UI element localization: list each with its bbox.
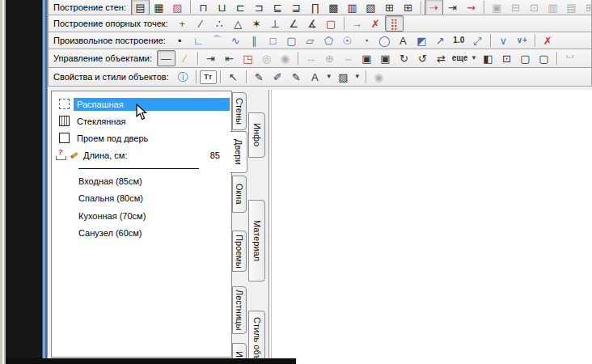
info-icon[interactable]: ⓘ xyxy=(174,69,192,85)
point-rect-icon[interactable]: ▢ xyxy=(322,15,340,32)
add-node-icon[interactable]: ∨+ xyxy=(513,32,531,49)
wall-hatch-diag-icon[interactable]: ▧ xyxy=(362,0,380,15)
draw-polyline-icon[interactable]: ∟ xyxy=(189,32,208,49)
point-star-icon[interactable]: ✶ xyxy=(247,15,266,32)
rotate-copy-icon[interactable]: ↺ xyxy=(413,50,432,66)
blend-circles-icon[interactable]: ◎ xyxy=(257,50,276,66)
point-pair-icon[interactable]: ∴ xyxy=(210,15,229,32)
wall-continue-icon[interactable]: ⇝ xyxy=(462,0,480,15)
point-insert-icon[interactable]: → xyxy=(348,15,366,32)
point-on-segment-icon[interactable]: ∕ xyxy=(192,15,210,32)
wall-misc-icon[interactable]: ⊞ xyxy=(581,0,592,15)
draw-resize-arrow-icon[interactable]: ⤢ xyxy=(468,32,487,49)
wall-join-left-icon[interactable]: ⊓ xyxy=(194,0,213,15)
door-preset-item[interactable]: Кухонная (70см) xyxy=(52,207,231,225)
info-tab-info[interactable]: Инфо xyxy=(248,112,265,158)
contrast-square-icon[interactable]: ◧ xyxy=(479,50,497,66)
draw-parallelogram-icon[interactable]: ▱ xyxy=(301,32,319,49)
wall-join-open-icon[interactable]: ⊏ xyxy=(231,0,250,15)
overlap-shapes-icon[interactable]: ⊡ xyxy=(497,50,516,66)
dashed-shape2-icon[interactable]: ▢ xyxy=(535,50,553,66)
door-preset-item[interactable]: Входная (85см) xyxy=(52,172,231,190)
draw-arrow-icon[interactable]: ↗ xyxy=(431,32,450,49)
wall-grid2-icon[interactable]: ⊞ xyxy=(399,0,417,15)
draw-rect-icon[interactable]: □ xyxy=(264,32,282,49)
point-angle-icon[interactable]: ∠ xyxy=(285,15,303,32)
point-grid-icon[interactable]: ⣿ xyxy=(385,15,404,32)
info-tab-stil-obektov[interactable]: Стиль объек xyxy=(248,311,265,364)
swap-icon[interactable]: ⇄ xyxy=(432,50,450,66)
category-tab-lestnicy[interactable]: Лестницы xyxy=(232,286,247,334)
length-value[interactable]: 85 xyxy=(210,150,231,160)
fill-red-icon[interactable]: ◳ xyxy=(239,50,257,66)
wall-filled-icon[interactable]: ▦ xyxy=(150,0,168,15)
point-delete-icon[interactable]: ✗ xyxy=(366,15,385,32)
ruler-icon[interactable]: ∕ xyxy=(175,50,194,66)
text-style-icon[interactable]: Tт xyxy=(200,70,217,84)
extend-left-icon[interactable]: ⇤ xyxy=(220,50,239,66)
rotate-icon[interactable]: ↻ xyxy=(395,50,413,66)
select-group2-icon[interactable]: ▣ xyxy=(376,50,395,66)
erase-lines-icon[interactable]: ✗ xyxy=(539,32,557,49)
style-picker-cursor-icon[interactable]: ↖ xyxy=(224,69,243,85)
pen-style1-icon[interactable]: ✎ xyxy=(250,69,269,85)
stretch-icon[interactable]: ↔ xyxy=(302,50,320,66)
wall-split-icon[interactable]: ⊟ xyxy=(506,0,525,15)
dropdown-arrow-icon[interactable]: ▼ xyxy=(469,50,479,66)
draw-circle-center-icon[interactable]: ☉ xyxy=(338,32,357,49)
door-type-item-proem-pod-dver[interactable]: Проем под дверь xyxy=(52,129,231,146)
category-tab-proemy[interactable]: Проемы xyxy=(232,231,247,272)
dropdown-arrow-icon[interactable]: ▼ xyxy=(324,69,334,85)
draw-dimension-icon[interactable]: 1.0 xyxy=(450,32,468,49)
wall-row-icon[interactable]: ▤ xyxy=(562,0,581,15)
more-button[interactable]: еще xyxy=(450,50,469,66)
category-tab-dveri[interactable]: Двери xyxy=(230,131,247,173)
wall-copy-icon[interactable]: ⊡ xyxy=(525,0,543,15)
palette-icon[interactable]: ◉ xyxy=(370,69,388,85)
wall-join-double-icon[interactable]: ∏ xyxy=(306,0,324,15)
blend-circles2-icon[interactable]: ◉ xyxy=(276,50,294,66)
dropdown-arrow-icon[interactable]: ▼ xyxy=(353,69,362,85)
edit-nodes-icon[interactable]: ∨ xyxy=(494,32,513,49)
wall-join-end-icon[interactable]: ⊒ xyxy=(287,0,306,15)
pen-style3-icon[interactable]: ✎ xyxy=(287,69,306,85)
wall-join-tee-icon[interactable]: ⊑ xyxy=(269,0,287,15)
wall-join-close-icon[interactable]: ⊐ xyxy=(250,0,269,15)
draw-circle-hatch-icon[interactable]: ◔ xyxy=(357,32,375,49)
category-tab-steny[interactable]: Стены xyxy=(232,92,247,130)
wall-grid-icon[interactable]: ⊞ xyxy=(380,0,399,15)
mirror-icon[interactable]: ⇔ xyxy=(339,50,357,66)
extend-right-icon[interactable]: ⇥ xyxy=(201,50,220,66)
dashed-shape-icon[interactable]: ▢ xyxy=(516,50,535,66)
draw-corner-shape-icon[interactable]: ◩ xyxy=(412,32,431,49)
wall-merge-icon[interactable]: ▣ xyxy=(488,0,506,15)
font-style-icon[interactable]: A xyxy=(306,69,324,85)
point-axis-icon[interactable]: ⊥ xyxy=(266,15,285,32)
hatch-style-icon[interactable]: ▨ xyxy=(334,69,353,85)
door-preset-item[interactable]: Спальня (80см) xyxy=(52,190,231,208)
draw-roundrect-icon[interactable]: ▢ xyxy=(282,32,301,49)
draw-arc-icon[interactable]: ⌒ xyxy=(208,32,226,49)
draw-parallel-icon[interactable]: ∥ xyxy=(245,32,264,49)
wall-hatch-edit-icon[interactable]: ▨ xyxy=(168,0,187,15)
wall-segment-icon[interactable]: — xyxy=(157,50,175,66)
info-tab-material[interactable]: Материал xyxy=(248,200,265,281)
wall-extend-icon[interactable]: ⇢ xyxy=(425,0,443,15)
point-angle-measure-icon[interactable]: ∡ xyxy=(303,15,322,32)
draw-point-icon[interactable]: • xyxy=(171,32,189,49)
wall-column-icon[interactable]: ▥ xyxy=(543,0,562,15)
move-points-icon[interactable]: ⊕ xyxy=(320,50,339,66)
drawing-canvas[interactable] xyxy=(269,90,592,364)
select-group-icon[interactable]: ▣ xyxy=(357,50,376,66)
wall-hatch-dense-icon[interactable]: ▩ xyxy=(324,0,343,15)
wall-straight-icon[interactable]: ▤ xyxy=(131,0,150,15)
wall-join-mid-icon[interactable]: ⊔ xyxy=(213,0,231,15)
draw-polygon-icon[interactable]: ⬠ xyxy=(319,32,338,49)
category-tab-okna[interactable]: Окна xyxy=(232,176,247,213)
wall-hatch-vert-icon[interactable]: ▥ xyxy=(343,0,362,15)
pen-style2-icon[interactable]: ✐ xyxy=(269,69,287,85)
wall-break-icon[interactable]: ⇥ xyxy=(443,0,462,15)
door-preset-item[interactable]: Санузел (60см) xyxy=(52,225,231,243)
draw-text-icon[interactable]: A xyxy=(394,32,412,49)
point-triangle-icon[interactable]: △ xyxy=(229,15,247,32)
